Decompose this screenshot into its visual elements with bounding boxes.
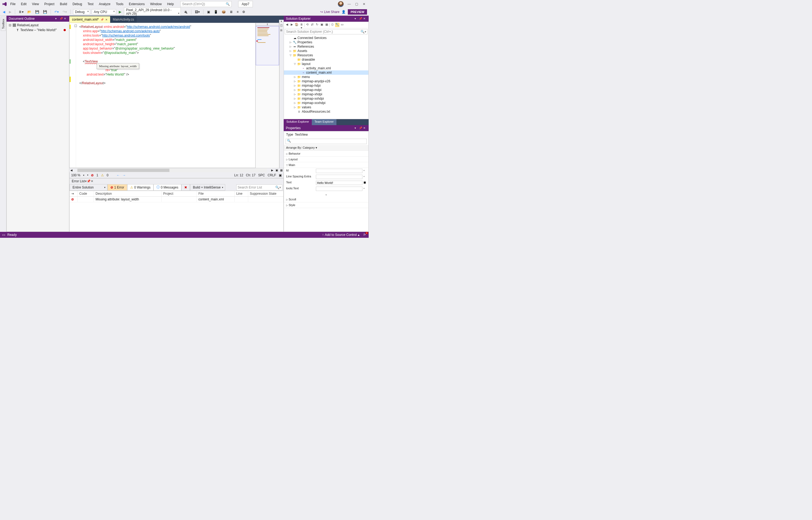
menu-build[interactable]: Build	[58, 1, 69, 7]
se-collapse-icon[interactable]: ▣	[320, 23, 324, 27]
menu-window[interactable]: Window	[148, 1, 164, 7]
prop-text-input[interactable]	[316, 181, 362, 185]
tree-drawable[interactable]: 📁drawable	[284, 57, 368, 62]
editor-hscroll[interactable]: ◀ ▶ ▣ ▦	[69, 168, 284, 172]
rail-icon[interactable]: ⊞	[280, 29, 283, 32]
menu-analyze[interactable]: Analyze	[96, 1, 113, 7]
se-sync-icon[interactable]: ⟲	[305, 23, 309, 27]
indent-mode[interactable]: SPC	[258, 173, 265, 177]
tree-mipmap-xhdpi[interactable]: ▷📁mipmap-xhdpi	[284, 92, 368, 97]
monitor-icon[interactable]: 🖥	[228, 9, 234, 15]
menu-test[interactable]: Test	[85, 1, 95, 7]
toolbox-tab[interactable]: Toolbox	[1, 17, 6, 31]
error-table-header[interactable]: ⇥ Code Description Project File Line Sup…	[69, 191, 283, 197]
se-switch-icon[interactable]: 🗎▾	[299, 23, 304, 27]
build-filter-dropdown[interactable]: Build + IntelliSense▾	[190, 184, 225, 191]
debug-target-dropdown[interactable]: Pixel_2_API_29 (Android 10.0 - API 29)	[124, 7, 181, 17]
tab-solution-explorer[interactable]: Solution Explorer	[284, 119, 312, 125]
tab-mainactivity[interactable]: MainActivity.cs	[110, 16, 137, 23]
notifications-icon[interactable]: 🏳2	[363, 233, 366, 237]
log-icon[interactable]: ≡	[235, 9, 240, 15]
col-project[interactable]: Project	[162, 191, 197, 197]
se-home-icon[interactable]: 🏠	[295, 23, 299, 27]
gear-icon[interactable]: ⚙	[241, 9, 246, 15]
prop-marker-icon[interactable]: ▫	[363, 174, 367, 180]
pin-icon[interactable]: 📌	[60, 17, 63, 20]
open-icon[interactable]: 📂	[26, 9, 32, 15]
properties-search-input[interactable]: 🔍	[285, 139, 367, 144]
prop-toolstext-input[interactable]	[316, 187, 362, 191]
outline-root[interactable]: ⊟ RelativeLayout	[7, 23, 69, 28]
live-share-button[interactable]: ↪ Live Share	[320, 10, 339, 14]
nav-back-icon[interactable]: ◀	[2, 9, 6, 15]
code-editor[interactable]: - <RelativeLayout xmlns:android="http://…	[69, 23, 255, 168]
start-debug-button[interactable]: ▶	[118, 9, 122, 15]
filter-warnings[interactable]: ⚠0 Warnings	[127, 184, 153, 191]
menu-edit[interactable]: Edit	[19, 1, 29, 7]
cat-main[interactable]: Main	[284, 162, 368, 168]
se-code-icon[interactable]: ⟨⟩	[330, 23, 335, 27]
col-desc[interactable]: Description	[94, 191, 162, 197]
platform-dropdown[interactable]: Any CPU	[92, 9, 116, 15]
solution-name[interactable]: App7	[238, 1, 253, 7]
phone-icon[interactable]: 📱	[213, 9, 219, 15]
se-prop-icon[interactable]: 🔧	[335, 23, 339, 27]
close-panel-icon[interactable]: ✕	[64, 17, 67, 20]
minimap[interactable]: ⇕	[255, 23, 279, 168]
status-extra-icon[interactable]: ▣	[279, 173, 282, 177]
prop-marker-icon[interactable]: ◼	[363, 180, 367, 186]
tree-layout[interactable]: ▽📁layout	[284, 62, 368, 66]
scrollbar-thumb[interactable]	[77, 169, 169, 172]
minimize-icon[interactable]: —	[347, 2, 351, 6]
rail-icon[interactable]: ◫	[280, 24, 283, 27]
zoom-level[interactable]: 100 %	[71, 173, 80, 177]
se-preview-icon[interactable]: ▭	[340, 23, 344, 27]
cat-style[interactable]: Style	[284, 202, 368, 208]
close-panel-icon[interactable]: ✕	[91, 179, 93, 183]
menu-debug[interactable]: Debug	[71, 1, 84, 7]
panel-dropdown-icon[interactable]: ▾	[355, 127, 358, 130]
col-code[interactable]: Code	[78, 191, 94, 197]
menu-help[interactable]: Help	[165, 1, 176, 7]
col-line[interactable]: Line	[235, 191, 248, 197]
tree-mipmap-xxhdpi[interactable]: ▷📁mipmap-xxhdpi	[284, 97, 368, 101]
menu-extensions[interactable]: Extensions	[127, 1, 147, 7]
menu-tools[interactable]: Tools	[114, 1, 125, 7]
quick-search-input[interactable]: Search (Ctrl+Q) 🔍	[180, 1, 232, 7]
warning-count-icon[interactable]: ⚠	[101, 173, 104, 177]
filter-clear[interactable]: ✖	[181, 184, 190, 191]
new-item-icon[interactable]: 🗎▾	[18, 9, 25, 15]
arrange-by-dropdown[interactable]: Arrange By: Category ▾	[284, 145, 368, 151]
tree-resources[interactable]: ▽📁Resources	[284, 53, 368, 57]
tree-connected-services[interactable]: ☁Connected Services	[284, 36, 368, 40]
prop-marker-icon[interactable]: ▫	[363, 186, 367, 192]
outline-child[interactable]: T TextView – "Hello World!"	[7, 28, 69, 32]
add-source-control[interactable]: ↑ Add to Source Control ▴	[322, 233, 359, 237]
menu-project[interactable]: Project	[42, 1, 57, 7]
prop-lse-input[interactable]	[316, 175, 362, 179]
tree-mipmap-hdpi[interactable]: ▷📁mipmap-hdpi	[284, 83, 368, 88]
tree-properties[interactable]: ▷🔧Properties	[284, 40, 368, 45]
user-avatar[interactable]	[338, 1, 344, 7]
cat-layout[interactable]: Layout	[284, 157, 368, 162]
tab-content-main[interactable]: content_main.xml* 📌 ✕	[69, 16, 110, 23]
se-showall-icon[interactable]: ▦	[325, 23, 329, 27]
fold-icon[interactable]: -	[75, 25, 77, 27]
nav-prev-icon[interactable]: ←	[117, 173, 120, 177]
filter-messages[interactable]: ⓘ0 Messages	[153, 184, 181, 191]
attach-icon[interactable]: 🔌	[183, 9, 189, 15]
tree-about-resources[interactable]: 🗎AboutResources.txt	[284, 109, 368, 114]
cat-behavior[interactable]: Behavior	[284, 151, 368, 157]
error-row[interactable]: ⊘ Missing attribute: layout_width conten…	[69, 197, 283, 202]
prop-marker-icon[interactable]: ▫	[363, 168, 367, 174]
tree-values[interactable]: ▷📁values	[284, 105, 368, 109]
tree-activity-main[interactable]: ▫activity_main.xml	[284, 66, 368, 71]
pin-icon[interactable]: 📌	[87, 179, 91, 183]
scope-dropdown[interactable]: Entire Solution ▾	[69, 184, 108, 191]
se-reload-icon[interactable]: ↻	[315, 23, 319, 27]
cat-scroll[interactable]: Scroll	[284, 197, 368, 202]
se-fwd-icon[interactable]: ▶	[289, 23, 294, 27]
menu-file[interactable]: File	[8, 1, 18, 7]
se-back-icon[interactable]: ◀	[285, 23, 289, 27]
tree-assets[interactable]: ▷📁Assets	[284, 49, 368, 53]
